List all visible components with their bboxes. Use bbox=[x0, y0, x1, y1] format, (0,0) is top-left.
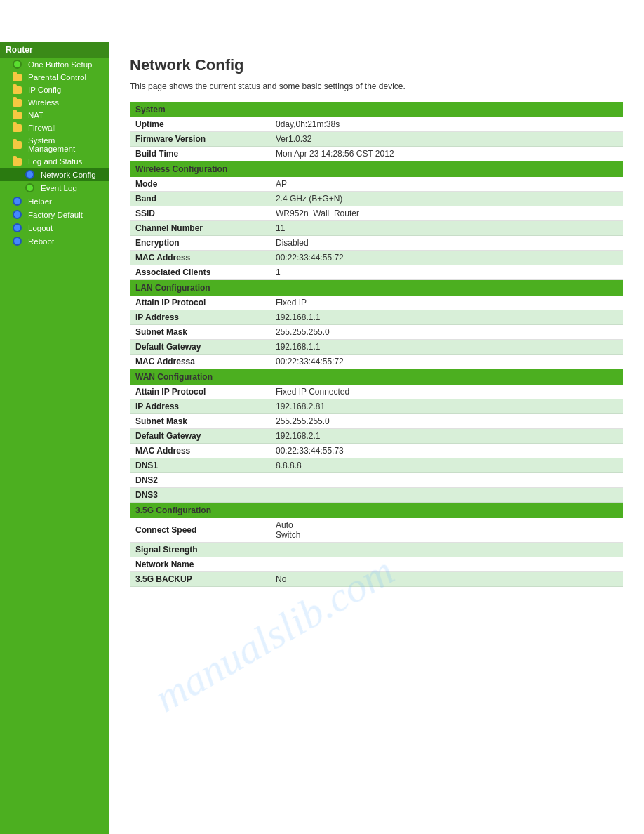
sidebar-item-label: Event Log bbox=[41, 184, 77, 192]
folder-icon bbox=[13, 99, 22, 107]
sidebar-item-label: Logout bbox=[28, 224, 53, 232]
row-value: 8.8.8.8 bbox=[270, 458, 623, 473]
sidebar-item-label: System Management bbox=[28, 136, 103, 153]
sidebar-item-nat[interactable]: NAT bbox=[0, 109, 109, 121]
table-row: DNS3 bbox=[130, 488, 623, 503]
table-row: IP Address192.168.2.81 bbox=[130, 399, 623, 414]
sidebar-item-one-button-setup[interactable]: One Button Setup bbox=[0, 58, 109, 71]
row-value: 192.168.1.1 bbox=[270, 310, 623, 325]
table-row: EncryptionDisabled bbox=[130, 236, 623, 251]
table-row: Attain IP ProtocolFixed IP Connected bbox=[130, 385, 623, 399]
row-value: WR952n_Wall_Router bbox=[270, 206, 623, 221]
table-row: MAC Addressa00:22:33:44:55:72 bbox=[130, 355, 623, 369]
row-label: Connect Speed bbox=[130, 518, 270, 543]
folder-icon bbox=[13, 158, 22, 166]
circle-blue-icon bbox=[13, 197, 22, 206]
table-row: Band2.4 GHz (B+G+N) bbox=[130, 192, 623, 206]
row-label: Signal Strength bbox=[130, 543, 270, 557]
row-label: DNS1 bbox=[130, 458, 270, 473]
row-label: Band bbox=[130, 192, 270, 206]
row-value: 0day,0h:21m:38s bbox=[270, 117, 623, 132]
circle-blue-icon bbox=[25, 170, 34, 179]
table-row: SSIDWR952n_Wall_Router bbox=[130, 206, 623, 221]
row-value: 255.255.255.0 bbox=[270, 414, 623, 429]
row-label: Attain IP Protocol bbox=[130, 385, 270, 399]
table-row: Channel Number11 bbox=[130, 221, 623, 236]
table-row: DNS2 bbox=[130, 473, 623, 488]
table-row: 3.5G BACKUPNo bbox=[130, 572, 623, 587]
row-value: 00:22:33:44:55:72 bbox=[270, 355, 623, 369]
sidebar-item-wireless[interactable]: Wireless bbox=[0, 96, 109, 109]
folder-icon bbox=[13, 86, 22, 94]
section-header-4: 3.5G Configuration bbox=[130, 503, 623, 519]
row-label: Subnet Mask bbox=[130, 325, 270, 340]
row-label: Channel Number bbox=[130, 221, 270, 236]
sidebar-item-helper[interactable]: Helper bbox=[0, 194, 109, 208]
row-value: 11 bbox=[270, 221, 623, 236]
sidebar-item-network-config[interactable]: Network Config bbox=[0, 168, 109, 181]
sidebar-item-label: Wireless bbox=[28, 98, 59, 107]
section-header-2: LAN Configuration bbox=[130, 280, 623, 296]
row-label: 3.5G BACKUP bbox=[130, 572, 270, 587]
row-value: 2.4 GHz (B+G+N) bbox=[270, 192, 623, 206]
circle-blue-icon bbox=[13, 237, 22, 246]
row-value: AP bbox=[270, 177, 623, 192]
row-label: DNS2 bbox=[130, 473, 270, 488]
router-label: Router bbox=[6, 45, 33, 55]
table-row: Uptime0day,0h:21m:38s bbox=[130, 117, 623, 132]
section-header-0: System bbox=[130, 102, 623, 117]
row-value: 00:22:33:44:55:72 bbox=[270, 251, 623, 265]
row-label: SSID bbox=[130, 206, 270, 221]
table-row: Default Gateway192.168.1.1 bbox=[130, 340, 623, 355]
sidebar-item-logout[interactable]: Logout bbox=[0, 221, 109, 234]
sidebar-root-header: Router bbox=[0, 42, 109, 58]
folder-icon bbox=[13, 141, 22, 149]
sidebar-item-label: Helper bbox=[28, 197, 52, 206]
row-value bbox=[270, 557, 623, 572]
page-description: This page shows the current status and s… bbox=[130, 81, 623, 91]
folder-icon bbox=[13, 124, 22, 132]
row-value: Fixed IP bbox=[270, 296, 623, 310]
row-value: Fixed IP Connected bbox=[270, 385, 623, 399]
sidebar-item-factory-default[interactable]: Factory Default bbox=[0, 208, 109, 221]
table-row: DNS18.8.8.8 bbox=[130, 458, 623, 473]
sidebar-item-log-and-status[interactable]: Log and Status bbox=[0, 155, 109, 168]
row-value bbox=[270, 488, 623, 503]
row-value bbox=[270, 543, 623, 557]
row-label: Default Gateway bbox=[130, 429, 270, 444]
sidebar-item-label: One Button Setup bbox=[28, 60, 92, 69]
row-label: Attain IP Protocol bbox=[130, 296, 270, 310]
sidebar-item-label: Parental Control bbox=[28, 73, 86, 81]
folder-icon bbox=[13, 74, 22, 81]
circle-icon bbox=[13, 60, 22, 69]
sidebar-item-reboot[interactable]: Reboot bbox=[0, 234, 109, 248]
row-value: Mon Apr 23 14:28:56 CST 2012 bbox=[270, 147, 623, 161]
row-value: Auto Switch bbox=[270, 518, 623, 543]
sidebar-item-system-management[interactable]: System Management bbox=[0, 134, 109, 155]
table-row: IP Address192.168.1.1 bbox=[130, 310, 623, 325]
row-label: Encryption bbox=[130, 236, 270, 251]
sidebar-item-event-log[interactable]: Event Log bbox=[0, 181, 109, 194]
sidebar-item-label: NAT bbox=[28, 111, 43, 119]
circle-blue-icon bbox=[13, 223, 22, 232]
sidebar-item-label: Log and Status bbox=[28, 157, 82, 166]
table-row: Signal Strength bbox=[130, 543, 623, 557]
row-value: Ver1.0.32 bbox=[270, 132, 623, 147]
table-row: Attain IP ProtocolFixed IP bbox=[130, 296, 623, 310]
sidebar-item-label: Reboot bbox=[28, 237, 54, 246]
sidebar-item-label: Factory Default bbox=[28, 211, 83, 219]
sidebar-item-firewall[interactable]: Firewall bbox=[0, 121, 109, 134]
table-row: Subnet Mask255.255.255.0 bbox=[130, 325, 623, 340]
table-row: ModeAP bbox=[130, 177, 623, 192]
sidebar-item-parental-control[interactable]: Parental Control bbox=[0, 71, 109, 84]
row-label: Uptime bbox=[130, 117, 270, 132]
sidebar-item-label: Network Config bbox=[41, 171, 96, 179]
row-value: 192.168.2.1 bbox=[270, 429, 623, 444]
sidebar-item-ip-config[interactable]: IP Config bbox=[0, 84, 109, 96]
row-label: Build Time bbox=[130, 147, 270, 161]
row-label: MAC Address bbox=[130, 251, 270, 265]
table-row: Connect SpeedAuto Switch bbox=[130, 518, 623, 543]
row-label: MAC Address bbox=[130, 444, 270, 458]
row-value: No bbox=[270, 572, 623, 587]
circle-blue-icon bbox=[13, 210, 22, 219]
